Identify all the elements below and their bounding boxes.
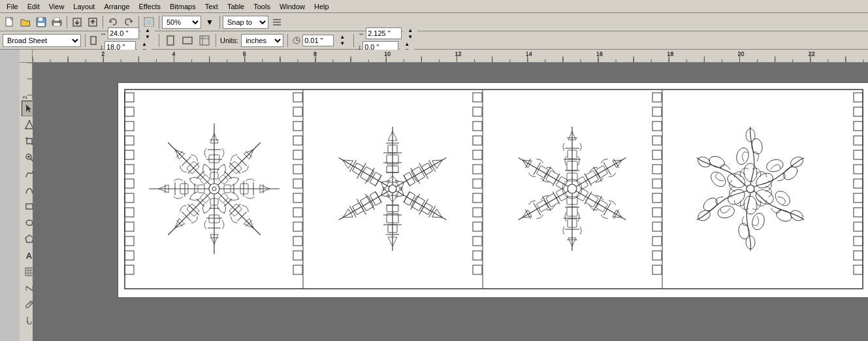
separator4 <box>159 16 159 29</box>
svg-rect-105 <box>854 107 863 116</box>
portrait-button[interactable] <box>163 33 178 48</box>
width-up[interactable]: ▲ <box>140 27 155 33</box>
menu-item-help[interactable]: Help <box>310 1 333 12</box>
canvas-area[interactable]: A <box>20 50 868 341</box>
menu-item-bitmaps[interactable]: Bitmaps <box>166 1 200 12</box>
svg-rect-69 <box>293 150 302 159</box>
svg-rect-52 <box>125 93 134 102</box>
height-up[interactable]: ▲ <box>137 41 152 47</box>
x-coord-input[interactable] <box>366 27 402 39</box>
width-input[interactable] <box>108 27 139 39</box>
svg-rect-56 <box>125 150 134 159</box>
menu-item-window[interactable]: Window <box>276 1 309 12</box>
svg-rect-104 <box>854 93 863 102</box>
units-select[interactable]: inches <box>241 34 283 47</box>
svg-rect-65 <box>293 93 302 102</box>
svg-rect-113 <box>854 222 863 231</box>
svg-rect-112 <box>854 208 863 217</box>
svg-rect-39 <box>25 268 33 276</box>
svg-rect-91 <box>652 93 662 102</box>
nudge-down[interactable]: ▼ <box>335 41 349 47</box>
zoom-select[interactable]: 50% <box>162 16 201 29</box>
menu-item-file[interactable]: File <box>3 1 22 12</box>
x-down[interactable]: ▼ <box>403 33 417 40</box>
svg-rect-18 <box>91 37 96 44</box>
document-canvas[interactable] <box>33 63 868 341</box>
ruler-top <box>33 50 868 63</box>
menu-item-arrange[interactable]: Arrange <box>100 1 133 12</box>
svg-rect-99 <box>652 208 662 217</box>
svg-rect-71 <box>293 179 302 188</box>
svg-rect-114 <box>854 236 863 246</box>
y-up[interactable]: ▲ <box>400 41 414 47</box>
nudge-input[interactable] <box>302 35 334 46</box>
svg-rect-107 <box>854 136 863 145</box>
separator-pb1 <box>85 34 86 47</box>
svg-rect-60 <box>125 208 134 217</box>
svg-rect-111 <box>854 193 863 203</box>
svg-point-117 <box>209 184 219 194</box>
width-down[interactable]: ▼ <box>140 33 155 40</box>
svg-rect-62 <box>125 236 134 246</box>
snap-settings-button[interactable] <box>270 15 284 29</box>
svg-rect-54 <box>125 122 134 131</box>
svg-rect-57 <box>125 165 134 174</box>
menu-item-tools[interactable]: Tools <box>249 1 274 12</box>
svg-rect-21 <box>200 36 209 45</box>
svg-rect-87 <box>473 222 482 231</box>
x-up[interactable]: ▲ <box>403 27 417 33</box>
save-button[interactable] <box>34 15 48 29</box>
zoom-dropdown-button[interactable]: ▼ <box>202 15 217 29</box>
svg-rect-89 <box>473 251 482 260</box>
menu-bar: File Edit View Layout Arrange Effects Bi… <box>0 0 868 13</box>
menu-item-view[interactable]: View <box>45 1 69 12</box>
ruler-corner <box>20 50 33 63</box>
svg-rect-109 <box>854 165 863 174</box>
svg-line-44 <box>26 286 33 291</box>
menu-item-table[interactable]: Table <box>223 1 248 12</box>
page-options-button[interactable] <box>197 33 212 48</box>
svg-rect-90 <box>473 265 482 274</box>
svg-rect-97 <box>652 179 662 188</box>
new-button[interactable] <box>3 15 17 29</box>
width-label: ↔ <box>100 30 106 37</box>
svg-point-37 <box>26 220 33 225</box>
nudge-up[interactable]: ▲ <box>335 34 349 41</box>
svg-rect-72 <box>293 193 302 203</box>
property-bar: Broad Sheet ↔ ▲▼ ↕ ▲▼ Units: inches <box>0 31 868 50</box>
svg-rect-93 <box>652 122 662 131</box>
separator5 <box>219 16 220 29</box>
svg-rect-19 <box>167 36 174 45</box>
svg-marker-12 <box>129 20 132 23</box>
svg-rect-70 <box>293 165 302 174</box>
snap-to-select[interactable]: Snap to <box>223 16 268 29</box>
svg-rect-68 <box>293 136 302 145</box>
svg-point-150 <box>743 163 758 182</box>
svg-rect-66 <box>293 107 302 116</box>
svg-rect-88 <box>473 236 482 246</box>
svg-point-138 <box>568 184 577 193</box>
menu-item-text[interactable]: Text <box>201 1 222 12</box>
svg-rect-84 <box>473 179 482 188</box>
page-preset-select[interactable]: Broad Sheet <box>3 34 81 47</box>
svg-rect-53 <box>125 107 134 116</box>
menu-item-edit[interactable]: Edit <box>24 1 44 12</box>
svg-rect-81 <box>473 136 482 145</box>
svg-rect-76 <box>293 251 302 260</box>
svg-rect-110 <box>854 179 863 188</box>
open-button[interactable] <box>18 15 33 29</box>
snowflake-4 <box>689 127 812 251</box>
svg-rect-77 <box>293 265 302 274</box>
svg-rect-6 <box>54 18 59 21</box>
svg-rect-63 <box>125 251 134 260</box>
print-button[interactable] <box>50 15 64 29</box>
svg-rect-115 <box>854 251 863 260</box>
menu-item-effects[interactable]: Effects <box>135 1 165 12</box>
svg-point-118 <box>212 187 216 191</box>
svg-rect-80 <box>473 122 482 131</box>
units-label: Units: <box>220 37 238 44</box>
snowflake-3 <box>514 127 631 251</box>
import-button[interactable] <box>70 15 84 29</box>
menu-item-layout[interactable]: Layout <box>69 1 99 12</box>
landscape-button[interactable] <box>180 33 195 48</box>
